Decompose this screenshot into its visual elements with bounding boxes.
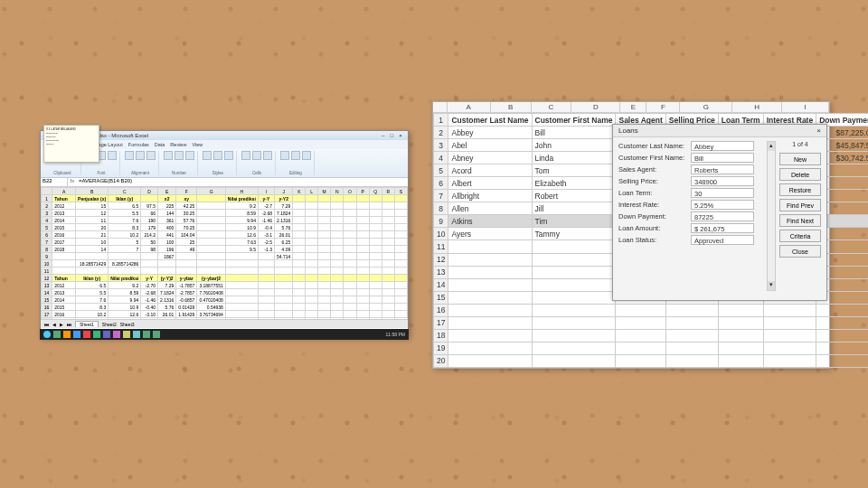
cell[interactable]: 9.94 (225, 217, 258, 224)
row-header[interactable]: 7 (434, 190, 448, 202)
cell[interactable] (225, 267, 258, 275)
cell[interactable] (532, 278, 616, 291)
cell[interactable] (331, 260, 344, 267)
cell[interactable] (306, 253, 318, 260)
cell[interactable] (306, 210, 318, 217)
cell[interactable] (382, 239, 394, 246)
cell[interactable]: 5 (108, 239, 141, 246)
cell[interactable]: y-Y (258, 195, 274, 202)
cell[interactable] (448, 329, 532, 342)
cell[interactable] (331, 311, 344, 318)
cell[interactable]: 15 (76, 202, 108, 210)
cell[interactable] (369, 275, 382, 282)
cell[interactable] (331, 202, 344, 210)
cell[interactable] (382, 231, 394, 239)
cell[interactable]: 2012 (52, 282, 76, 289)
cell[interactable] (141, 267, 158, 275)
cell[interactable]: Abel (448, 139, 532, 152)
col-header[interactable]: P (356, 188, 369, 195)
cell[interactable] (532, 266, 616, 278)
cell[interactable]: x2 (158, 195, 176, 202)
cell[interactable] (141, 253, 158, 260)
col-header[interactable]: G (197, 188, 225, 195)
cell[interactable] (331, 195, 344, 202)
row-header[interactable]: 9 (434, 215, 448, 228)
ribbon-tab-formulas[interactable]: Formulas (128, 142, 149, 147)
form-close-button[interactable]: × (816, 127, 821, 135)
cell[interactable]: 7.1824 (158, 289, 176, 296)
cell[interactable] (382, 289, 394, 296)
cell[interactable]: (y-Y)2 (158, 275, 176, 282)
cell[interactable]: 10.7959184 (197, 318, 225, 320)
cell[interactable]: 1.91429 (176, 311, 197, 318)
ribbon-button[interactable] (280, 151, 289, 160)
cell[interactable]: 14 (76, 246, 108, 253)
cell[interactable]: 3.76734694 (197, 311, 225, 318)
cell[interactable] (258, 289, 274, 296)
row-header[interactable]: 17 (434, 316, 448, 329)
row-header[interactable]: 13 (434, 266, 448, 278)
cell[interactable]: 190 (141, 217, 158, 224)
row-header[interactable]: 9 (42, 253, 52, 260)
cell[interactable] (382, 260, 394, 267)
ribbon-button[interactable] (241, 151, 250, 160)
cell[interactable]: Iklan (y) (76, 275, 108, 282)
cell[interactable] (76, 253, 108, 260)
cell[interactable] (275, 275, 293, 282)
col-header[interactable]: E (158, 188, 176, 195)
row-header[interactable]: 8 (42, 246, 52, 253)
cell[interactable]: 10.9 (108, 304, 141, 311)
cell[interactable] (369, 304, 382, 311)
cell[interactable] (394, 246, 407, 253)
cell[interactable] (356, 304, 369, 311)
col-header[interactable]: L (306, 188, 318, 195)
col-header[interactable]: H (732, 102, 781, 112)
cell[interactable] (816, 329, 868, 342)
cell[interactable] (394, 289, 407, 296)
cell[interactable] (317, 195, 330, 202)
cell[interactable] (382, 210, 394, 217)
row-header[interactable]: 3 (42, 210, 52, 217)
col-header[interactable]: G (680, 102, 732, 112)
cell[interactable]: 214.2 (141, 231, 158, 239)
col-header[interactable]: C (108, 188, 141, 195)
cell[interactable]: -0.6857 (176, 296, 197, 304)
cell[interactable]: 104.04 (176, 231, 197, 239)
row-header[interactable]: 20 (434, 354, 448, 367)
cell[interactable]: Ayers (448, 228, 532, 240)
cell[interactable]: 2.1316 (275, 217, 293, 224)
cell[interactable] (369, 289, 382, 296)
cell[interactable] (369, 311, 382, 318)
cell[interactable] (197, 217, 225, 224)
row-header[interactable]: 10 (434, 228, 448, 240)
cell[interactable] (356, 210, 369, 217)
cell[interactable] (356, 195, 369, 202)
cell[interactable] (369, 267, 382, 275)
cell[interactable] (331, 296, 344, 304)
cell[interactable] (665, 329, 718, 342)
row-header[interactable]: 12 (434, 253, 448, 266)
col-header[interactable]: A (52, 188, 76, 195)
col-header[interactable]: A (448, 102, 491, 112)
cell[interactable] (448, 354, 532, 367)
row-header[interactable]: 5 (42, 224, 52, 231)
col-header[interactable]: H (225, 188, 258, 195)
cell[interactable] (275, 311, 293, 318)
cell[interactable] (356, 289, 369, 296)
form-button-find-next[interactable]: Find Next (779, 214, 821, 227)
row-header[interactable]: 13 (42, 282, 52, 289)
cell[interactable]: -2.70 (141, 282, 158, 289)
cell[interactable] (394, 304, 407, 311)
taskbar-icon[interactable] (143, 331, 150, 338)
minimize-button[interactable]: – (380, 133, 387, 138)
cell[interactable] (293, 282, 306, 289)
cell[interactable] (293, 289, 306, 296)
cell[interactable] (258, 260, 274, 267)
cell[interactable]: -2.7857 (176, 289, 197, 296)
cell[interactable]: 5.76 (275, 224, 293, 231)
cell[interactable]: 0.54938 (197, 304, 225, 311)
form-input[interactable]: Approved (691, 235, 754, 245)
ribbon-button[interactable] (108, 151, 117, 160)
cell[interactable] (816, 316, 868, 329)
row-header[interactable]: 4 (434, 152, 448, 164)
